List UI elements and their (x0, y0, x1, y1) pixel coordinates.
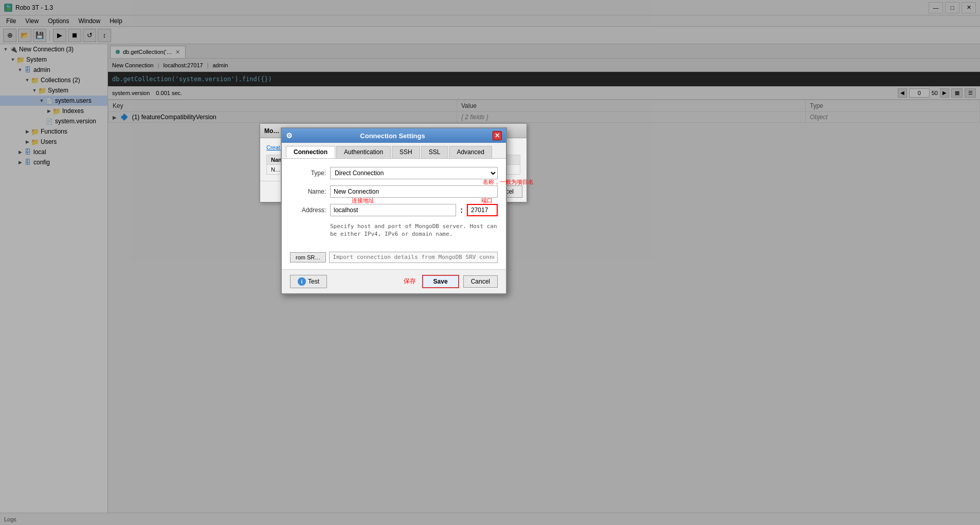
tab-ssl[interactable]: SSL (421, 146, 448, 158)
address-row: Address: : 连接地址 端口 (290, 204, 498, 216)
conn-dialog-close-button[interactable]: ✕ (493, 131, 502, 140)
name-row: Name: 名称，一般为项目名 (290, 185, 498, 198)
host-input[interactable] (330, 204, 456, 216)
conn-settings-icon: ⚙ (286, 132, 293, 140)
tab-authentication[interactable]: Authentication (336, 146, 391, 158)
manage-dialog-title-text: Mo… (264, 127, 279, 135)
save-zh-label: 保存 (404, 277, 416, 286)
type-row: Type: Direct Connection Replica Set Shar… (290, 167, 498, 179)
name-annotation: 名称，一般为项目名 (483, 178, 534, 186)
modal-overlay: Mo… Creat… Name User N… (0, 0, 980, 525)
conn-tabs: Connection Authentication SSH SSL Advanc… (282, 143, 506, 159)
colon-sep: : (460, 206, 463, 214)
test-button[interactable]: i Test (290, 275, 327, 288)
srv-row: rom SR… (282, 252, 506, 269)
save-button[interactable]: Save (422, 275, 459, 288)
tab-advanced[interactable]: Advanced (449, 146, 492, 158)
type-label: Type: (290, 170, 326, 177)
connection-settings-dialog: ⚙ Connection Settings ✕ Connection Authe… (281, 127, 507, 294)
srv-input[interactable] (329, 252, 498, 263)
conn-dialog-title-bar: ⚙ Connection Settings ✕ (282, 128, 506, 143)
test-button-label: Test (308, 278, 319, 285)
name-input[interactable] (330, 185, 498, 198)
conn-dialog-title-text: Connection Settings (360, 132, 425, 140)
name-label: Name: (290, 188, 326, 195)
conn-form: Type: Direct Connection Replica Set Shar… (282, 159, 506, 252)
port-annotation: 端口 (481, 197, 493, 204)
srv-button[interactable]: rom SR… (290, 252, 326, 262)
info-icon: i (298, 277, 306, 286)
tab-ssh[interactable]: SSH (392, 146, 420, 158)
address-label: Address: (290, 207, 326, 214)
conn-dialog-buttons: i Test 保存 Save Cancel (282, 269, 506, 293)
tab-connection[interactable]: Connection (286, 146, 335, 158)
type-select[interactable]: Direct Connection Replica Set Sharded Cl… (330, 167, 498, 179)
address-hint: Specify host and port of MongoDB server.… (290, 222, 498, 238)
host-annotation: 连接地址 (352, 197, 374, 204)
cancel-button[interactable]: Cancel (463, 275, 498, 288)
port-input[interactable] (467, 204, 498, 216)
